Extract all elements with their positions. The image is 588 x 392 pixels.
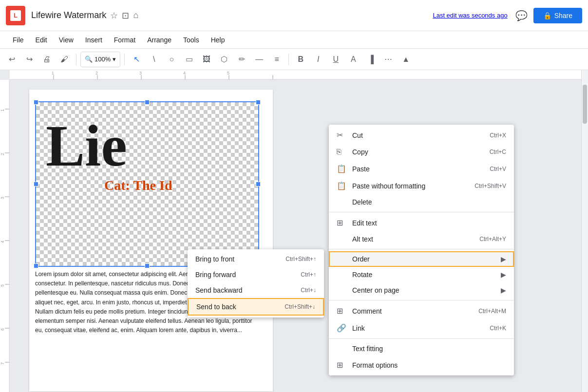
handle-left-middle[interactable]	[34, 182, 38, 187]
canvas-area: 1 2 3 4 5 1 2 3 4 5 6 7	[0, 70, 588, 392]
more-options-button[interactable]: ⋯	[380, 52, 396, 67]
handle-bottom-left[interactable]	[34, 263, 38, 268]
menu-arrange[interactable]: Arrange	[142, 34, 176, 46]
ruler-left: 1 2 3 4 5 6 7	[0, 80, 10, 392]
collapse-button[interactable]: ▲	[398, 52, 414, 67]
menu-view[interactable]: View	[54, 34, 78, 46]
underline-button[interactable]: U	[328, 52, 343, 67]
menu-tools[interactable]: Tools	[178, 34, 204, 46]
shape-tool[interactable]: ○	[164, 52, 179, 67]
line-color-tool[interactable]: ✏	[234, 52, 249, 67]
paste-label: Paste	[352, 165, 478, 173]
star-icon[interactable]: ☆	[110, 10, 118, 21]
order-send-to-back[interactable]: Send to back Ctrl+Shift+↓	[188, 298, 324, 316]
comment-shortcut: Ctrl+Alt+M	[478, 308, 506, 315]
doc-title[interactable]: Lifewire Watermark	[31, 10, 106, 20]
zoom-selector[interactable]: 🔍 100% ▾	[80, 52, 120, 67]
share-button[interactable]: 🔒 Share	[533, 8, 582, 23]
zoom-value: 100%	[95, 56, 111, 63]
context-menu-order[interactable]: Order ▶	[329, 251, 514, 267]
send-backward-label: Send backward	[195, 286, 301, 294]
cut-label: Cut	[352, 131, 478, 139]
context-menu-paste-unformatted[interactable]: 📋 Paste without formatting Ctrl+Shift+V	[329, 177, 514, 194]
bold-button[interactable]: B	[293, 52, 308, 67]
paste-icon: 📋	[337, 164, 346, 173]
paste-shortcut: Ctrl+V	[490, 166, 506, 172]
send-to-back-label: Send to back	[196, 303, 285, 311]
drive-icon[interactable]: ⌂	[133, 10, 138, 20]
highlight-button[interactable]: ▐	[363, 52, 379, 67]
paste-plain-icon: 📋	[337, 181, 346, 190]
image-tool[interactable]: 🖼	[199, 52, 214, 67]
svg-text:4: 4	[183, 71, 186, 75]
menu-file[interactable]: File	[8, 34, 29, 46]
handle-top-right[interactable]	[256, 100, 261, 105]
context-menu-delete[interactable]: Delete	[329, 194, 514, 210]
alt-text-shortcut: Ctrl+Alt+Y	[479, 236, 506, 243]
rotate-arrow: ▶	[501, 271, 506, 279]
redo-button[interactable]: ↪	[21, 52, 37, 67]
watermark-image[interactable]: Lie Cat: The Id	[35, 101, 259, 267]
paint-format-button[interactable]: 🖌	[57, 52, 72, 67]
font-color-button[interactable]: A	[345, 52, 361, 67]
last-edit-text[interactable]: Last edit was seconds ago	[433, 12, 507, 19]
context-menu-cut[interactable]: ✂ Cut Ctrl+X	[329, 127, 514, 144]
fill-color-tool[interactable]: ⬡	[216, 52, 232, 67]
svg-text:5: 5	[0, 284, 5, 287]
svg-text:2: 2	[95, 71, 98, 75]
context-menu-comment[interactable]: ⊞ Comment Ctrl+Alt+M	[329, 302, 514, 319]
send-to-back-shortcut: Ctrl+Shift+↓	[285, 303, 315, 310]
menu-format[interactable]: Format	[109, 34, 140, 46]
print-button[interactable]: 🖨	[39, 52, 55, 67]
undo-button[interactable]: ↩	[4, 52, 19, 67]
line-style-tool[interactable]: —	[251, 52, 267, 67]
handle-right-middle[interactable]	[256, 182, 261, 187]
menu-insert[interactable]: Insert	[80, 34, 107, 46]
handle-bottom-middle[interactable]	[145, 263, 150, 268]
comment-button[interactable]: 💬	[515, 10, 528, 21]
share-label: Share	[554, 12, 572, 19]
italic-button[interactable]: I	[310, 52, 326, 67]
vertical-scrollbar[interactable]	[581, 70, 588, 392]
paste-plain-shortcut: Ctrl+Shift+V	[474, 183, 506, 189]
bring-forward-shortcut: Ctrl+↑	[301, 271, 316, 278]
context-menu-edit-text[interactable]: ⊞ Edit text	[329, 214, 514, 231]
context-menu-paste[interactable]: 📋 Paste Ctrl+V	[329, 160, 514, 177]
app-logo: L	[6, 6, 25, 25]
line-weight-tool[interactable]: ≡	[269, 52, 285, 67]
line-tool[interactable]: \	[146, 52, 162, 67]
text-fitting-label: Text fitting	[352, 345, 506, 353]
center-label: Center on page	[352, 286, 497, 294]
toolbar-divider-2	[124, 54, 125, 65]
link-icon: 🔗	[337, 323, 346, 333]
order-label: Order	[352, 255, 497, 263]
svg-text:6: 6	[0, 328, 5, 331]
title-icons: ☆ ⊡ ⌂	[110, 10, 138, 21]
textbox-tool[interactable]: ▭	[181, 52, 197, 67]
context-menu-format-options[interactable]: ⊞ Format options	[329, 356, 514, 373]
order-send-backward[interactable]: Send backward Ctrl+↓	[188, 282, 324, 298]
comment-label: Comment	[352, 307, 467, 315]
context-menu-center[interactable]: Center on page ▶	[329, 282, 514, 298]
context-menu-link[interactable]: 🔗 Link Ctrl+K	[329, 319, 514, 336]
context-menu-text-fitting[interactable]: Text fitting	[329, 341, 514, 356]
save-cloud-icon[interactable]: ⊡	[122, 10, 129, 21]
svg-text:1: 1	[0, 109, 5, 112]
cursor-tool[interactable]: ↖	[129, 52, 144, 67]
menu-edit[interactable]: Edit	[31, 34, 52, 46]
context-menu-alt-text[interactable]: Alt text Ctrl+Alt+Y	[329, 231, 514, 247]
order-bring-to-front[interactable]: Bring to front Ctrl+Shift+↑	[188, 251, 324, 267]
scrollbar-thumb[interactable]	[583, 85, 587, 124]
header-right: 💬 🔒 Share	[515, 8, 582, 23]
order-bring-forward[interactable]: Bring forward Ctrl+↑	[188, 267, 324, 282]
handle-top-left[interactable]	[34, 100, 38, 105]
zoom-arrow: ▾	[113, 56, 116, 63]
handle-top-middle[interactable]	[145, 100, 150, 105]
order-arrow: ▶	[501, 255, 506, 263]
edit-text-label: Edit text	[352, 219, 506, 227]
context-menu-copy[interactable]: ⎘ Copy Ctrl+C	[329, 144, 514, 160]
cut-icon: ✂	[337, 131, 346, 140]
context-menu-rotate[interactable]: Rotate ▶	[329, 267, 514, 282]
copy-shortcut: Ctrl+C	[490, 149, 506, 155]
menu-help[interactable]: Help	[206, 34, 230, 46]
